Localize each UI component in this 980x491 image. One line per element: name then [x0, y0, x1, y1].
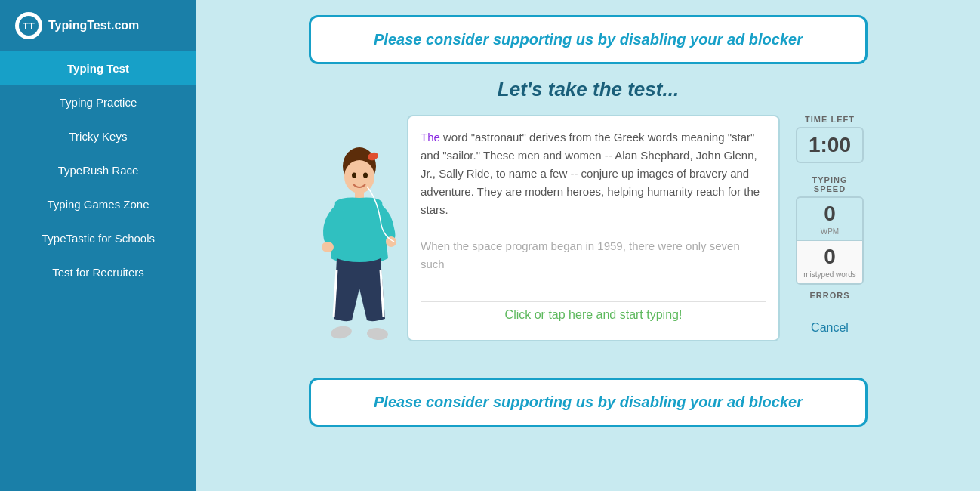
ad-banner-bottom: Please consider supporting us by disabli… — [309, 378, 868, 427]
stats-panel: TIME LEFT 1:00 TYPING SPEED 0 WPM 0 — [792, 115, 868, 335]
ad-banner-top-text: Please consider supporting us by disabli… — [374, 31, 803, 48]
ad-banner-top: Please consider supporting us by disabli… — [309, 15, 868, 64]
ad-banner-bottom-text: Please consider supporting us by disabli… — [374, 394, 803, 410]
svg-point-8 — [322, 242, 334, 252]
main-heading: Let's take the test... — [498, 78, 679, 101]
svg-point-6 — [363, 173, 368, 178]
main-content: Please consider supporting us by disabli… — [196, 0, 980, 491]
sidebar-item-test-recruiters[interactable]: Test for Recruiters — [0, 255, 196, 289]
svg-point-9 — [386, 236, 396, 247]
time-left-block: TIME LEFT 1:00 — [796, 115, 864, 163]
sidebar-item-typetastic[interactable]: TypeTastic for Schools — [0, 221, 196, 255]
typing-text-body: word "astronaut" derives from the Greek … — [421, 131, 760, 216]
logo-icon: TT — [15, 12, 42, 39]
logo-text: TypingTest.com — [48, 19, 139, 32]
sidebar-nav: Typing Test Typing Practice Tricky Keys … — [0, 51, 196, 289]
wpm-unit: WPM — [803, 227, 856, 236]
sidebar: TT TypingTest.com Typing Test Typing Pra… — [0, 0, 196, 491]
typing-speed-label: TYPING SPEED — [796, 175, 864, 193]
sidebar-item-typing-games-zone[interactable]: Typing Games Zone — [0, 187, 196, 221]
sidebar-item-typing-practice[interactable]: Typing Practice — [0, 85, 196, 119]
wpm-value: 0 — [803, 202, 856, 226]
typing-text-highlight: The — [421, 131, 440, 144]
wpm-top: 0 WPM — [797, 198, 862, 241]
mistyped-section: 0 mistyped words — [797, 241, 862, 283]
wpm-section: 0 WPM 0 mistyped words — [796, 196, 864, 285]
cancel-button[interactable]: Cancel — [811, 321, 849, 335]
time-left-value-box: 1:00 — [796, 127, 864, 163]
svg-text:TT: TT — [23, 20, 35, 32]
svg-point-11 — [366, 327, 388, 341]
sidebar-item-tricky-keys[interactable]: Tricky Keys — [0, 119, 196, 153]
svg-point-10 — [330, 325, 353, 341]
errors-label: ERRORS — [809, 291, 849, 300]
logo-container: TT TypingTest.com — [0, 0, 196, 51]
mistyped-value: 0 — [803, 246, 856, 269]
svg-point-4 — [344, 160, 374, 193]
sidebar-item-typerush-race[interactable]: TypeRush Race — [0, 153, 196, 187]
typing-text-content: The word "astronaut" derives from the Gr… — [421, 128, 766, 291]
time-value: 1:00 — [809, 133, 851, 156]
sidebar-item-typing-test[interactable]: Typing Test — [0, 51, 196, 85]
typing-text-next: When the space program began in 1959, th… — [421, 239, 740, 270]
mistyped-label: mistyped words — [803, 270, 856, 279]
typing-area[interactable]: The word "astronaut" derives from the Gr… — [407, 115, 780, 341]
time-left-label: TIME LEFT — [805, 115, 855, 124]
typing-speed-block: TYPING SPEED 0 WPM 0 mistyped words — [796, 175, 864, 285]
typing-input-hint[interactable]: Click or tap here and start typing! — [421, 301, 766, 328]
svg-point-5 — [352, 173, 356, 178]
character-illustration — [309, 115, 407, 372]
